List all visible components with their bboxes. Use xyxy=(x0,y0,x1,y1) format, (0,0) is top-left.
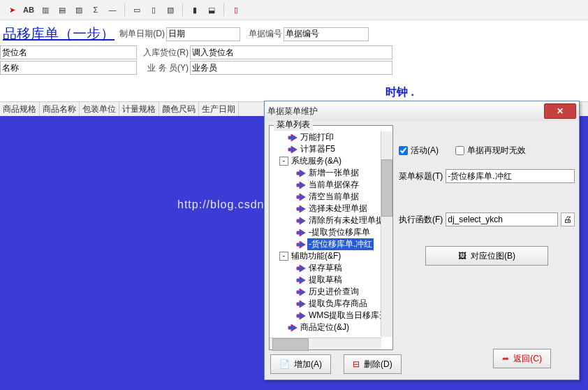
arrow-icon xyxy=(288,133,297,143)
make-date-label: 制单日期(D) xyxy=(117,28,166,40)
tree-item[interactable]: 选择未处理单据 xyxy=(271,203,391,215)
tool-calc-icon[interactable]: ▯ xyxy=(228,2,244,17)
arrow-icon xyxy=(296,204,306,214)
tool-chart-icon[interactable]: ▥ xyxy=(38,2,53,17)
tree-item[interactable]: 当前单据保存 xyxy=(271,179,391,191)
tree-item[interactable]: 清除所有未处理单据 xyxy=(271,215,391,226)
tree-item[interactable]: 新增一张单据 xyxy=(271,167,391,179)
arrow-icon xyxy=(296,287,306,297)
tree-item-label: 系统服务(&A) xyxy=(290,155,343,167)
tool-image-icon[interactable]: ▧ xyxy=(163,2,178,17)
svg-marker-12 xyxy=(297,301,305,308)
tool-ab-icon[interactable]: AB xyxy=(21,2,36,17)
tree-item[interactable]: -货位移库单.冲红 xyxy=(271,238,391,250)
bitmap-button[interactable]: 🖼 对应位图(B) xyxy=(425,246,548,266)
invalid-checkbox[interactable]: 单据再现时无效 xyxy=(455,145,526,157)
in-loc-input[interactable] xyxy=(190,45,392,59)
tool-arrow-icon[interactable]: ➤ xyxy=(4,2,20,17)
column-header[interactable]: 计量规格 xyxy=(119,102,159,116)
tool-bar-icon[interactable]: ▮ xyxy=(187,2,203,17)
clerk-label: 业 务 员(Y) xyxy=(137,62,190,74)
name-input[interactable] xyxy=(0,61,137,75)
arrow-icon xyxy=(288,323,297,333)
tree-item[interactable]: 提取负库存商品 xyxy=(271,298,391,310)
tree-item[interactable]: -辅助功能(&F) xyxy=(271,250,391,262)
tree-expand-icon[interactable]: - xyxy=(279,252,288,261)
tool-table-icon[interactable]: ▤ xyxy=(54,2,70,17)
tree-item-label: 清除所有未处理单据 xyxy=(307,215,385,226)
arrow-icon xyxy=(296,168,306,178)
tree-item-label: WMS提取当日移库开单 xyxy=(307,310,391,322)
tree-item-label: 商品定位(&J) xyxy=(299,322,351,333)
svg-marker-14 xyxy=(288,324,297,331)
tree-item[interactable]: 保存草稿 xyxy=(271,262,391,274)
tool-rect1-icon[interactable]: ▭ xyxy=(129,2,145,17)
svg-marker-5 xyxy=(297,205,305,212)
tree-item-label: 保存草稿 xyxy=(307,262,344,274)
tree-item[interactable]: 提取草稿 xyxy=(271,274,391,286)
tree-item[interactable]: -系统服务(&A) xyxy=(271,155,391,167)
active-checkbox[interactable]: 活动(A) xyxy=(399,145,439,157)
arrow-icon xyxy=(296,216,306,226)
tree-hscrollbar[interactable] xyxy=(270,338,381,349)
tree-item-label: 万能打印 xyxy=(299,131,335,143)
arrow-icon xyxy=(288,145,297,154)
bill-no-input[interactable] xyxy=(284,27,369,41)
tree-item-label: 清空当前单据 xyxy=(307,191,360,203)
arrow-icon xyxy=(296,240,306,250)
tree-item-label: -提取货位移库单 xyxy=(307,226,372,238)
tree-item[interactable]: 历史进价查询 xyxy=(271,286,391,298)
column-header[interactable]: 包装单位 xyxy=(80,102,119,116)
close-icon[interactable]: ✕ xyxy=(544,103,576,119)
tree-item[interactable]: 计算器F5 xyxy=(271,143,391,155)
column-header[interactable]: 颜色尺码 xyxy=(159,102,199,116)
tree-item-label: 提取负库存商品 xyxy=(307,298,369,310)
tool-rect2-icon[interactable]: ▯ xyxy=(146,2,161,17)
tree-item-label: 提取草稿 xyxy=(307,274,344,286)
svg-marker-9 xyxy=(297,265,305,272)
tree-item-label: 选择未处理单据 xyxy=(307,203,369,215)
menu-maintain-dialog: 单据菜单维护 ✕ 菜单列表 万能打印计算器F5-系统服务(&A)新增一张单据当前… xyxy=(264,101,580,380)
svg-marker-6 xyxy=(297,217,305,224)
exec-fn-input[interactable] xyxy=(446,212,558,226)
tree-item[interactable]: -提取货位移库单 xyxy=(271,226,391,238)
tree-vscrollbar[interactable] xyxy=(381,131,392,337)
tree-item[interactable]: 万能打印 xyxy=(271,131,391,143)
delete-icon: ⊟ xyxy=(353,359,360,369)
tool-sigma-icon[interactable]: Σ xyxy=(88,2,103,17)
tree-item[interactable]: 清空当前单据 xyxy=(271,191,391,203)
make-date-input[interactable] xyxy=(166,27,240,41)
column-header[interactable]: 商品名称 xyxy=(40,102,80,116)
tree-item[interactable]: 商品定位(&J) xyxy=(271,322,391,333)
loc-name-input[interactable] xyxy=(0,45,137,59)
tree-item-label: 计算器F5 xyxy=(299,143,337,155)
menu-tree: 菜单列表 万能打印计算器F5-系统服务(&A)新增一张单据当前单据保存清空当前单… xyxy=(269,125,393,350)
tree-item-label: 历史进价查询 xyxy=(307,286,360,298)
return-icon: ➦ xyxy=(502,354,509,363)
return-button[interactable]: ➦ 返回(C) xyxy=(493,349,551,368)
tool-area-icon[interactable]: ▨ xyxy=(71,2,87,17)
tree-item[interactable]: WMS提取当日移库开单 xyxy=(271,310,391,322)
arrow-icon xyxy=(296,311,306,321)
clerk-input[interactable] xyxy=(190,61,392,75)
svg-marker-8 xyxy=(297,241,305,248)
dialog-title: 单据菜单维护 xyxy=(267,106,544,117)
exec-fn-picker-icon[interactable]: 🖨 xyxy=(561,212,575,226)
svg-marker-7 xyxy=(297,229,305,236)
tool-dash-icon[interactable]: — xyxy=(105,2,120,17)
arrow-icon xyxy=(296,180,306,190)
tool-gear-icon[interactable]: ⬓ xyxy=(204,2,219,17)
arrow-icon xyxy=(296,192,306,202)
clock-label: 时钟 . xyxy=(385,85,414,100)
svg-marker-0 xyxy=(288,134,297,141)
main-toolbar: ➤ AB ▥ ▤ ▨ Σ — ▭ ▯ ▧ ▮ ⬓ ▯ xyxy=(0,0,588,20)
add-button[interactable]: 📄增加(A) xyxy=(270,354,331,374)
delete-button[interactable]: ⊟删除(D) xyxy=(344,354,402,374)
column-header[interactable]: 商品规格 xyxy=(0,102,40,116)
dialog-titlebar: 单据菜单维护 ✕ xyxy=(265,101,579,121)
tree-item-label: 当前单据保存 xyxy=(307,179,360,191)
column-header[interactable]: 生产日期 xyxy=(199,102,239,116)
menu-title-input[interactable] xyxy=(446,169,575,183)
svg-marker-1 xyxy=(288,146,297,153)
tree-expand-icon[interactable]: - xyxy=(279,157,288,166)
